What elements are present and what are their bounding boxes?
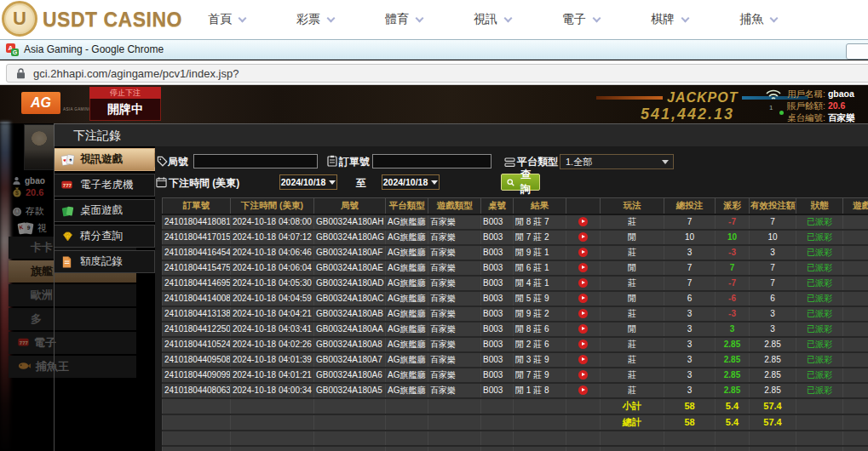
cell-order: 241018044095080: [163, 352, 231, 368]
cell-total: 7: [664, 260, 716, 276]
cell-time: 2024-10-18 04:00:34: [231, 383, 314, 398]
table-row: 2410180440950802024-10-18 04:01:39GB0032…: [163, 352, 868, 368]
cell-empty: [514, 414, 566, 431]
cell-game_result: -: [843, 337, 868, 352]
nav-item-label: 彩票: [296, 12, 320, 27]
date-from-picker[interactable]: 2024/10/18: [279, 174, 337, 190]
play-icon[interactable]: [578, 309, 588, 318]
nav-item-5[interactable]: 棋牌: [625, 12, 714, 27]
chrome-titlebar: Asia Gaming - Google Chrome: [0, 39, 868, 60]
jackpot-label: JACKPOT: [667, 90, 738, 106]
cell-result: 閒 4 莊 1: [514, 276, 566, 291]
cell-time: 2024-10-18 04:04:21: [231, 306, 314, 322]
col-header-2: 局號: [314, 198, 386, 214]
cell-game_result: -: [843, 383, 868, 398]
records-tab-3[interactable]: 積分查詢: [55, 225, 155, 248]
cell-platform: AG旗艦廳: [386, 260, 428, 276]
cell-total: 6: [664, 291, 716, 306]
cell-replay: [566, 214, 601, 230]
play-icon[interactable]: [578, 324, 588, 334]
nav-item-0[interactable]: 首頁: [182, 12, 271, 27]
cell-empty: [481, 414, 514, 431]
betting-stopped-label: 停止下注: [89, 87, 161, 99]
records-tab-label: 額度記錄: [80, 254, 123, 269]
cell-payout: 10: [716, 230, 750, 245]
cell-empty: [481, 431, 514, 446]
nav-item-1[interactable]: 彩票: [271, 12, 359, 27]
play-icon[interactable]: [578, 370, 588, 380]
cell-round: GB00324A180A6: [314, 368, 386, 383]
cell-empty: [386, 446, 428, 451]
empty-row: [163, 446, 868, 451]
cell-replay: [566, 337, 601, 352]
chevron-down-icon: [416, 14, 424, 22]
cell-order: 241018044164549: [163, 245, 231, 260]
nav-item-label: 電子: [562, 12, 586, 27]
cell-replay: [566, 291, 601, 306]
play-icon[interactable]: [578, 232, 588, 242]
order-number-input[interactable]: [372, 154, 491, 168]
bet-time-label: 下注時間 (美東): [169, 176, 239, 191]
cell-order: 241018044105246: [163, 337, 231, 352]
cell-game: 百家樂: [428, 368, 481, 383]
cell-valid: 7: [750, 260, 796, 276]
records-tab-4[interactable]: 額度記錄: [55, 250, 155, 273]
nav-item-2[interactable]: 體育: [359, 12, 448, 27]
url-field[interactable]: gci.2hhapi.com/agingame/pcv1/index.jsp?: [6, 64, 868, 83]
cell-empty: [428, 431, 481, 446]
records-tab-1[interactable]: 777電子老虎機: [55, 174, 155, 197]
nav-item-3[interactable]: 視訊: [448, 12, 537, 27]
cell-game: 百家樂: [428, 352, 481, 368]
col-header-6: 結果: [514, 198, 566, 214]
main-nav: 首頁彩票體育視訊電子棋牌捕魚: [182, 0, 802, 39]
cell-table: B003: [481, 245, 514, 260]
cell-payout: 3: [716, 322, 750, 337]
play-icon[interactable]: [578, 294, 588, 303]
play-icon[interactable]: [578, 355, 588, 364]
cell-payout: 7: [716, 260, 750, 276]
col-header-4: 遊戲類型: [428, 198, 481, 214]
play-icon[interactable]: [578, 278, 588, 288]
cell-total-label: 總計: [601, 414, 664, 431]
cell-replay: [566, 306, 601, 322]
records-tab-0[interactable]: ♥♠視訊遊戲: [55, 148, 155, 171]
cell-empty: [514, 446, 566, 451]
date-to-picker[interactable]: 2024/10/18: [382, 174, 440, 190]
col-header-12: 狀態: [796, 198, 843, 214]
nav-item-4[interactable]: 電子: [537, 12, 625, 27]
play-icon[interactable]: [578, 217, 588, 226]
tag-icon: [157, 155, 168, 170]
play-icon[interactable]: [578, 385, 588, 395]
round-number-input[interactable]: [193, 154, 318, 168]
cell-game: 百家樂: [428, 260, 481, 276]
records-tab-2[interactable]: 桌面遊戲: [55, 199, 155, 222]
cell-empty: [163, 398, 231, 414]
nav-item-label: 捕魚: [739, 12, 763, 27]
user-name-label: 用戶名稱:: [787, 88, 825, 100]
play-icon[interactable]: [578, 340, 588, 349]
cell-empty: [566, 431, 601, 446]
play-icon[interactable]: [578, 248, 588, 257]
play-icon[interactable]: [578, 263, 588, 272]
nav-item-label: 棋牌: [651, 12, 675, 27]
chevron-down-icon: [504, 14, 513, 22]
coin-letter: U: [13, 8, 26, 30]
nav-item-label: 體育: [385, 12, 409, 27]
cell-payout: 2.85: [716, 337, 750, 352]
cell-bet: 莊: [601, 368, 664, 383]
cell-round: GB00324A180AA: [314, 322, 386, 337]
jackpot-value: 541,442.13: [641, 106, 734, 123]
cell-table: B003: [481, 291, 514, 306]
bet-records-modal: 下注記錄 ♥♠視訊遊戲777電子老虎機桌面遊戲積分查詢額度記錄 局號 訂單號: [54, 123, 868, 451]
table-row: 2410180441052462024-10-18 04:02:26GB0032…: [163, 337, 868, 352]
nav-item-6[interactable]: 捕魚: [714, 12, 802, 27]
search-button[interactable]: 查詢: [501, 174, 540, 191]
cell-empty: [566, 398, 601, 414]
cell-total: 7: [664, 276, 716, 291]
platform-type-select[interactable]: 1.全部: [560, 154, 674, 169]
cell-bet: 莊: [601, 383, 664, 398]
cell-total-value: 5.4: [716, 398, 750, 414]
cell-result: 閒 9 莊 1: [514, 245, 566, 260]
cell-game: 百家樂: [428, 245, 481, 260]
window-control-button[interactable]: [846, 43, 868, 60]
